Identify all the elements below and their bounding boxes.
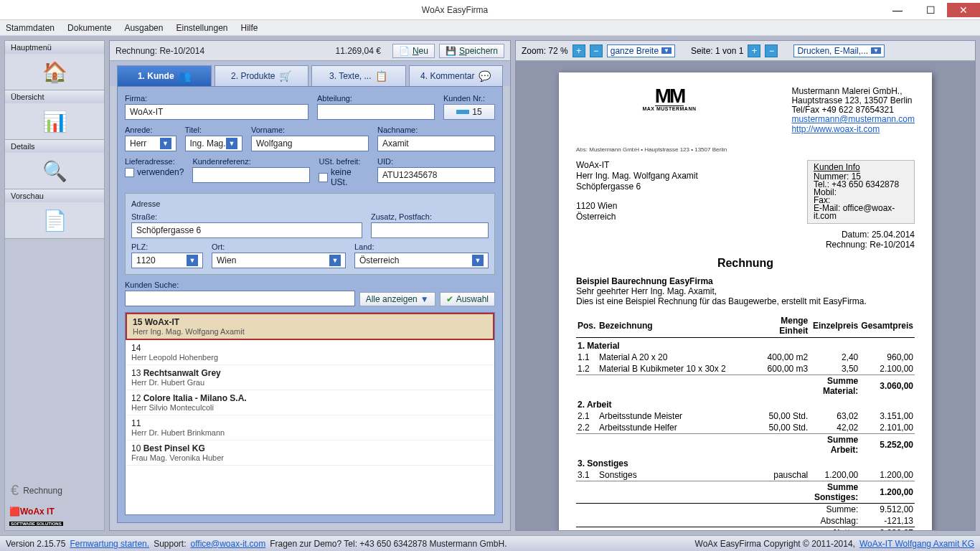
menu-ausgaben[interactable]: Ausgaben [124, 23, 163, 33]
chevron-down-icon: ▼ [472, 255, 484, 266]
chevron-down-icon: ▼ [420, 294, 429, 304]
company-info: Mustermann Malerei GmbH., Hauptstrasse 1… [791, 87, 915, 135]
brand-logo: 🟥WoAx IT SOFTWARE SOLUTIONS [5, 503, 104, 530]
customer-list-item[interactable]: 15 WoAx-ITHerr Ing. Mag. Wolfgang Axamit [126, 313, 494, 340]
invoice-page: MM MAX MUSTERMANN Mustermann Malerei Gmb… [559, 72, 932, 530]
zoom-out-button[interactable]: − [590, 44, 603, 57]
document-amount: 11.269,04 € [336, 46, 381, 56]
auswahl-button[interactable]: ✔Auswahl [440, 292, 495, 306]
check-icon: ✔ [446, 294, 453, 304]
keine-ust-checkbox[interactable]: keine USt. [319, 167, 369, 187]
chevron-down-icon: ▼ [871, 47, 881, 54]
new-icon: 📄 [399, 46, 410, 56]
text-icon: 📋 [375, 70, 387, 82]
preview-panel: Zoom: 72 % + − ganze Breite ▼ Seite: 1 v… [515, 40, 976, 531]
menu-einstellungen[interactable]: Einstellungen [176, 23, 227, 33]
recipient-address: WoAx-IT Herr Ing. Mag. Wolfgang Axamit S… [576, 160, 698, 224]
customer-list-item[interactable]: 12 Colore Italia - Milano S.A.Herr Silvi… [126, 390, 494, 415]
euro-icon: € [11, 482, 19, 499]
maximize-button[interactable]: ☐ [914, 3, 947, 17]
land-select[interactable]: Österreich▼ [354, 253, 489, 268]
support-email-link[interactable]: office@woax-it.com [191, 539, 266, 549]
kunden-info-box: Kunden Info Nummer: 15 Tel.: +43 650 634… [807, 160, 915, 224]
form-panel: Rechnung: Re-10/2014 11.269,04 € 📄Neu 💾S… [109, 40, 511, 531]
neu-button[interactable]: 📄Neu [392, 44, 435, 58]
uid-input[interactable] [377, 167, 495, 183]
verwenden-checkbox[interactable]: verwenden? [125, 167, 184, 177]
sender-line: Abs: Mustermann GmbH • Hauptstrasse 123 … [576, 146, 915, 153]
chevron-down-icon: ▼ [187, 255, 198, 266]
copyright-link[interactable]: WoAx-IT Wolfgang Axamit KG [859, 539, 974, 549]
page-prev-button[interactable]: − [765, 44, 778, 57]
grid-icon: 📊 [5, 103, 104, 139]
customer-list[interactable]: 15 WoAx-ITHerr Ing. Mag. Wolfgang Axamit… [125, 312, 495, 515]
tabs: 1. Kunde👥 2. Produkte🛒 3. Texte, ...📋 4.… [110, 61, 510, 86]
sidebar-item-hauptmenu[interactable]: Hauptmenü 🏠 [5, 41, 104, 90]
sidebar-item-vorschau[interactable]: Vorschau 📄 [5, 189, 104, 239]
vorname-input[interactable] [251, 136, 369, 151]
titlebar: WoAx EasyFirma — ☐ ✕ [0, 0, 980, 20]
page-label: Seite: 1 von 1 [691, 46, 743, 56]
tab-texte[interactable]: 3. Texte, ...📋 [311, 65, 406, 86]
tab-produkte[interactable]: 2. Produkte🛒 [215, 65, 309, 86]
chevron-down-icon: ▼ [160, 138, 171, 149]
kundenreferenz-input[interactable] [192, 167, 310, 183]
speichern-button[interactable]: 💾Speichern [439, 44, 504, 58]
titel-select[interactable]: Ing. Mag.▼ [185, 136, 242, 151]
preview-scroll[interactable]: MM MAX MUSTERMANN Mustermann Malerei Gmb… [516, 61, 975, 530]
statusbar: Version 2.15.75 Fernwartung starten. Sup… [0, 535, 980, 551]
nachname-input[interactable] [377, 136, 495, 151]
magnifier-icon: 🔍 [5, 153, 104, 189]
abteilung-input[interactable] [317, 104, 435, 120]
customer-list-item[interactable]: 10 Best Pinsel KGFrau Mag. Veronika Hube… [126, 441, 494, 466]
kunden-suche-input[interactable] [125, 291, 355, 306]
plz-select[interactable]: 1120▼ [131, 253, 203, 268]
chevron-down-icon: ▼ [661, 47, 672, 54]
page-next-button[interactable]: + [748, 44, 760, 57]
sidebar: Hauptmenü 🏠 Übersicht 📊 Details 🔍 Vorsch… [4, 40, 105, 531]
close-button[interactable]: ✕ [947, 3, 980, 17]
adresse-panel: Adresse Straße: Zusatz, Postfach: PLZ: 1… [125, 193, 495, 275]
sidebar-item-uebersicht[interactable]: Übersicht 📊 [5, 90, 104, 140]
ort-select[interactable]: Wien▼ [212, 253, 346, 268]
menu-hilfe[interactable]: Hilfe [241, 23, 258, 33]
customer-list-item[interactable]: 13 Rechtsanwalt GreyHerr Dr. Hubert Grau [126, 365, 494, 390]
sidebar-item-details[interactable]: Details 🔍 [5, 140, 104, 189]
customer-list-item[interactable]: 14Herr Leopold Hohenberg [126, 340, 494, 365]
tab-kommentar[interactable]: 4. Kommentar💬 [409, 65, 504, 86]
chevron-down-icon: ▼ [329, 255, 341, 266]
menubar: Stammdaten Dokumente Ausgaben Einstellun… [0, 20, 980, 36]
save-icon: 💾 [446, 46, 456, 56]
customer-list-item[interactable]: 11Herr Dr. Hubert Brinkmann [126, 415, 494, 441]
chevron-down-icon: ▼ [226, 138, 237, 149]
kundennr-button[interactable]: 15 [443, 104, 495, 120]
sidebar-foot: € Rechnung [5, 478, 104, 503]
menu-stammdaten[interactable]: Stammdaten [6, 23, 55, 33]
zoom-in-button[interactable]: + [573, 44, 585, 57]
home-icon: 🏠 [5, 54, 104, 90]
menu-dokumente[interactable]: Dokumente [67, 23, 111, 33]
strasse-input[interactable] [131, 222, 362, 238]
invoice-table: Pos. Bezeichnung Menge Einheit Einzelpre… [576, 314, 915, 530]
document-label: Rechnung: Re-10/2014 [116, 46, 331, 56]
alle-anzeigen-button[interactable]: Alle anzeigen ▼ [359, 292, 435, 306]
document-preview-icon: 📄 [5, 202, 104, 238]
invoice-title: Rechnung [576, 257, 915, 270]
zusatz-input[interactable] [371, 222, 489, 238]
firma-input[interactable] [125, 104, 308, 120]
fernwartung-link[interactable]: Fernwartung starten. [70, 539, 149, 549]
window-title: WoAx EasyFirma [29, 5, 881, 15]
comment-icon: 💬 [479, 70, 491, 82]
anrede-select[interactable]: Herr▼ [125, 136, 176, 151]
zoom-fit-select[interactable]: ganze Breite ▼ [607, 44, 675, 57]
minimize-button[interactable]: — [881, 3, 914, 17]
print-menu[interactable]: Drucken, E-Mail,... ▼ [793, 44, 885, 57]
cart-icon: 🛒 [279, 70, 291, 82]
company-logo: MM MAX MUSTERMANN [633, 87, 705, 123]
zoom-label: Zoom: 72 % [522, 46, 568, 56]
people-icon: 👥 [179, 70, 191, 82]
tab-kunde[interactable]: 1. Kunde👥 [117, 65, 212, 86]
